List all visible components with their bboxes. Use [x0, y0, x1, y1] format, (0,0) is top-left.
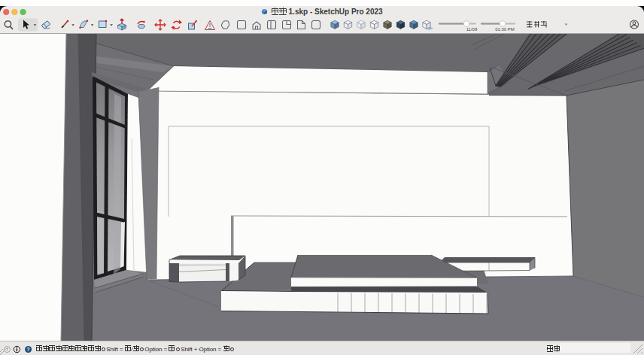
svg-text:?: ?: [27, 347, 30, 352]
svg-text:11/08: 11/08: [466, 27, 478, 32]
svg-text:01:30 PM: 01:30 PM: [495, 27, 515, 32]
